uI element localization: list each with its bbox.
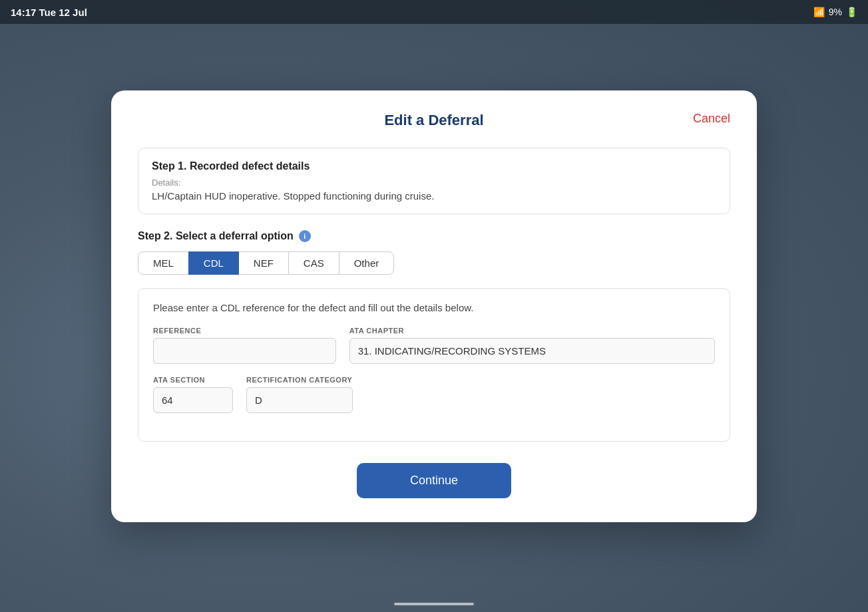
info-icon[interactable]: i xyxy=(299,230,311,242)
ata-chapter-field: ATA CHAPTER xyxy=(349,327,715,364)
step1-box: Step 1. Recorded defect details Details:… xyxy=(138,148,730,214)
tab-nef[interactable]: NEF xyxy=(238,251,289,275)
ata-section-field: ATA SECTION xyxy=(153,376,233,413)
continue-button-wrap: Continue xyxy=(138,463,730,498)
ata-section-input[interactable] xyxy=(153,387,233,413)
modal-header: Edit a Deferral Cancel xyxy=(138,112,730,129)
ata-chapter-input[interactable] xyxy=(349,338,715,364)
reference-field: REFERENCE xyxy=(153,327,336,364)
cancel-button[interactable]: Cancel xyxy=(693,112,730,126)
rect-category-label: RECTIFICATION CATEGORY xyxy=(246,376,353,384)
tab-mel[interactable]: MEL xyxy=(138,251,189,275)
ata-chapter-label: ATA CHAPTER xyxy=(349,327,715,335)
modal-title: Edit a Deferral xyxy=(384,112,483,129)
modal-overlay: Edit a Deferral Cancel Step 1. Recorded … xyxy=(0,0,868,612)
step1-heading: Step 1. Recorded defect details xyxy=(152,160,716,172)
tab-other[interactable]: Other xyxy=(339,251,395,275)
cdl-description: Please enter a CDL reference for the def… xyxy=(153,302,715,313)
tab-group: MEL CDL NEF CAS Other xyxy=(138,251,730,275)
step2-title: Step 2. Select a deferral option xyxy=(138,230,294,242)
step2-header: Step 2. Select a deferral option i xyxy=(138,230,730,242)
tab-cas[interactable]: CAS xyxy=(288,251,339,275)
ata-section-label: ATA SECTION xyxy=(153,376,233,384)
form-row-top: REFERENCE ATA CHAPTER xyxy=(153,327,715,364)
step1-details-text: LH/Captain HUD inoperative. Stopped func… xyxy=(152,190,716,202)
cdl-form-box: Please enter a CDL reference for the def… xyxy=(138,288,730,442)
step1-details-label: Details: xyxy=(152,178,716,188)
reference-input[interactable] xyxy=(153,338,336,364)
rect-category-field: RECTIFICATION CATEGORY xyxy=(246,376,353,413)
continue-button[interactable]: Continue xyxy=(357,463,511,498)
form-row-bottom: ATA SECTION RECTIFICATION CATEGORY xyxy=(153,376,715,413)
reference-label: REFERENCE xyxy=(153,327,336,335)
rect-category-input[interactable] xyxy=(246,387,353,413)
tab-cdl[interactable]: CDL xyxy=(188,251,239,275)
modal: Edit a Deferral Cancel Step 1. Recorded … xyxy=(111,90,757,522)
